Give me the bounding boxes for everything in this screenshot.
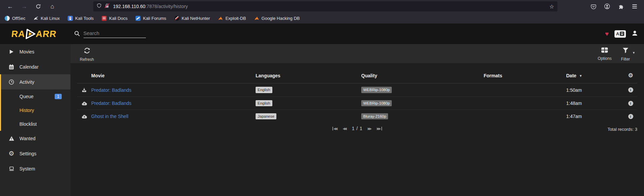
kali-nethunter-favicon-icon [174, 16, 179, 21]
translate-icon[interactable]: A [614, 30, 626, 38]
table-row: Ghost in the Shell Japanese Bluray-2160p… [77, 110, 637, 123]
sidebar-item-movies[interactable]: Movies [0, 44, 70, 59]
pocket-icon[interactable] [588, 2, 599, 11]
radarr-logo[interactable]: RA ARR [11, 28, 57, 40]
sidebar-item-blocklist[interactable]: Blocklist [1, 117, 70, 131]
sidebar: Movies Calendar Activity Queue 1 [0, 44, 70, 196]
reload-icon[interactable] [33, 2, 44, 11]
language-badge: English [256, 100, 272, 107]
info-icon[interactable]: i [628, 87, 633, 92]
bookmarks-bar: OffSec Kali Linux Kali Tools Kali Docs K… [0, 13, 644, 24]
home-icon[interactable]: ⌂ [47, 2, 58, 11]
clock-icon [8, 79, 15, 85]
sidebar-item-history[interactable]: History [1, 103, 70, 117]
bookmark-star-icon[interactable]: ☆ [549, 3, 554, 10]
language-badge: English [256, 87, 272, 93]
table-options-icon [601, 47, 608, 54]
sidebar-item-queue[interactable]: Queue 1 [1, 89, 70, 103]
table-settings-gear-icon[interactable]: ⚙ [628, 73, 633, 78]
quality-badge: WEBRip-1080p [361, 100, 392, 107]
table-row: Predator: Badlands English WEBRip-1080p … [77, 83, 637, 96]
main-content: Refresh Options Filter [70, 44, 644, 196]
app-header: RA ARR ♥ A [0, 24, 644, 44]
info-icon[interactable]: i [628, 114, 633, 119]
column-header-date[interactable]: Date▼ [566, 73, 624, 78]
options-button[interactable]: Options [598, 47, 611, 62]
filter-funnel-icon [622, 47, 629, 55]
play-icon [8, 50, 15, 54]
sidebar-item-settings[interactable]: ⚙ Settings [0, 146, 70, 161]
bookmark-google-hacking-db[interactable]: Google Hacking DB [254, 16, 300, 21]
account-icon[interactable] [602, 2, 612, 11]
bookmark-kali-docs[interactable]: Kali Docs [102, 16, 127, 21]
sidebar-group-activity: Activity Queue 1 History Blocklist [0, 74, 70, 131]
bookmark-kali-tools[interactable]: Kali Tools [68, 16, 94, 21]
laptop-icon [8, 166, 15, 172]
forward-icon[interactable]: → [19, 2, 30, 11]
bookmark-kali-nethunter[interactable]: Kali NetHunter [174, 16, 210, 21]
previous-page-icon[interactable]: ◀◀ [342, 127, 346, 130]
kali-forums-favicon-icon [136, 16, 141, 21]
gears-icon: ⚙ [8, 150, 15, 157]
sidebar-item-system[interactable]: System [0, 161, 70, 176]
search-icon [74, 31, 80, 38]
user-icon[interactable] [632, 30, 638, 38]
search-box [74, 30, 146, 38]
url-bar[interactable]: 192.168.110.60:7878/activity/history ☆ [93, 1, 557, 11]
download-imported-icon [82, 87, 87, 93]
column-header-movie[interactable]: Movie [91, 73, 256, 78]
bookmark-kali-linux[interactable]: Kali Linux [34, 16, 60, 21]
browser-action-icons [588, 2, 641, 11]
browser-toolbar: ← → ⌂ 192.168.110.60:7878/activity/histo… [0, 0, 644, 13]
menu-hamburger-icon[interactable] [629, 2, 640, 11]
refresh-button[interactable]: Refresh [80, 47, 94, 62]
page-indicator: 1 / 1 [352, 126, 363, 131]
pagination-bar: ◀◀ ◀◀ 1 / 1 ▶▶ ▶▶ Total records: 3 [77, 123, 637, 137]
movie-link[interactable]: Predator: Badlands [91, 87, 131, 93]
next-page-icon[interactable]: ▶▶ [368, 127, 372, 130]
table-header-row: Movie Languages Quality Formats Date▼ ⚙ [77, 63, 637, 83]
bookmark-offsec[interactable]: OffSec [5, 16, 25, 21]
last-page-icon[interactable]: ▶▶ [377, 127, 382, 130]
kali-dragon-favicon-icon [34, 16, 39, 21]
column-header-quality[interactable]: Quality [361, 73, 484, 78]
filter-button[interactable]: Filter [621, 47, 630, 62]
cloud-download-icon [82, 114, 87, 119]
sidebar-item-wanted[interactable]: Wanted [0, 131, 70, 146]
shield-icon[interactable] [97, 3, 102, 10]
movie-link[interactable]: Predator: Badlands [91, 101, 131, 106]
sidebar-item-calendar[interactable]: Calendar [0, 59, 70, 74]
sidebar-item-activity[interactable]: Activity [1, 74, 70, 89]
back-icon[interactable]: ← [5, 2, 15, 11]
refresh-icon [84, 47, 91, 55]
pager-controls: ◀◀ ◀◀ 1 / 1 ▶▶ ▶▶ [77, 126, 637, 131]
exploit-db-favicon-icon [218, 16, 223, 21]
filter-caret-icon[interactable]: ▼ [632, 51, 635, 54]
queue-count-badge: 1 [55, 94, 62, 99]
bookmark-exploit-db[interactable]: Exploit-DB [218, 16, 246, 21]
url-path: :7878/activity/history [145, 4, 188, 9]
first-page-icon[interactable]: ◀◀ [332, 127, 337, 130]
column-header-formats[interactable]: Formats [484, 73, 566, 78]
donate-heart-icon[interactable]: ♥ [605, 30, 609, 38]
language-badge: Japanese [256, 113, 276, 120]
quality-badge: Bluray-2160p [361, 113, 388, 120]
kali-docs-favicon-icon [102, 16, 107, 21]
logo-text-left: RA [11, 29, 25, 39]
bookmark-kali-forums[interactable]: Kali Forums [136, 16, 166, 21]
sort-desc-caret-icon: ▼ [579, 74, 582, 78]
column-header-languages[interactable]: Languages [256, 73, 361, 78]
insecure-lock-icon[interactable] [104, 3, 110, 10]
warning-triangle-icon [8, 135, 15, 142]
calendar-icon [8, 64, 15, 70]
total-records: Total records: 3 [607, 127, 637, 132]
logo-text-right: ARR [35, 29, 57, 39]
extensions-puzzle-icon[interactable] [615, 2, 626, 11]
url-host: 192.168.110.60 [113, 4, 145, 9]
date-cell: 1:47am [566, 114, 624, 119]
kali-tools-favicon-icon [68, 16, 73, 21]
cloud-download-icon [82, 101, 87, 106]
movie-link[interactable]: Ghost in the Shell [91, 114, 128, 119]
search-input[interactable] [84, 30, 146, 38]
info-icon[interactable]: i [628, 101, 633, 106]
